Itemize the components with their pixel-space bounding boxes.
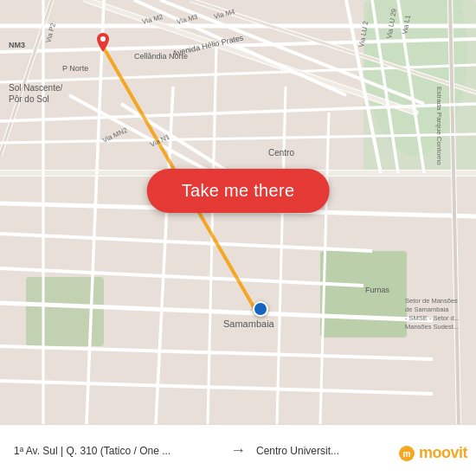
start-pin (95, 33, 111, 52)
svg-text:NM3: NM3 (9, 41, 25, 49)
svg-text:- SMSE - Setor d...: - SMSE - Setor d... (405, 314, 460, 322)
button-overlay: Take me there (147, 169, 330, 213)
moovit-icon: m (398, 445, 415, 462)
svg-text:Mansões Sudest...: Mansões Sudest... (405, 323, 459, 331)
svg-text:Cellândia Norte: Cellândia Norte (134, 52, 188, 61)
svg-point-64 (100, 36, 106, 42)
svg-text:m: m (403, 449, 411, 459)
svg-text:Setor de Mansões: Setor de Mansões (405, 297, 458, 305)
svg-text:de Samambaia: de Samambaia (405, 306, 449, 313)
svg-text:P Norte: P Norte (62, 64, 88, 73)
moovit-label: moovit (419, 444, 467, 462)
svg-text:Sol Nascente/: Sol Nascente/ (9, 83, 62, 93)
map-container: Via P2 Via M2 Via M3 Via M4 Avenida Héli… (0, 0, 476, 476)
bottom-bar: 1ª Av. Sul | Q. 310 (Tatico / One ... → … (0, 424, 476, 476)
arrow-icon: → (225, 441, 251, 460)
moovit-logo: m moovit (398, 444, 467, 462)
svg-text:Samambaia: Samambaia (223, 318, 275, 329)
take-me-there-button[interactable]: Take me there (147, 169, 330, 213)
svg-text:Pôr do Sol: Pôr do Sol (9, 94, 49, 104)
svg-text:Centro: Centro (268, 148, 294, 158)
svg-text:Furnas: Furnas (365, 286, 390, 294)
route-from-label: 1ª Av. Sul | Q. 310 (Tatico / One ... (9, 445, 225, 457)
svg-text:Estrada Parque Contorno: Estrada Parque Contorno (435, 87, 443, 165)
svg-rect-3 (320, 251, 407, 338)
end-pin (253, 301, 268, 317)
